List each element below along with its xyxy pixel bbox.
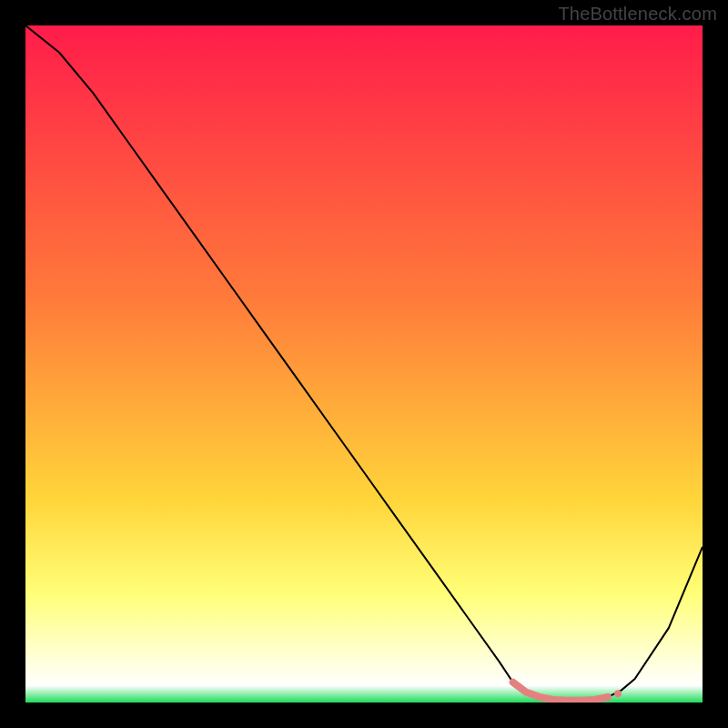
plot-svg [25, 25, 703, 703]
marker-a [604, 693, 612, 701]
plot-area [25, 25, 703, 703]
gradient-background [25, 25, 703, 703]
marker-b [614, 690, 622, 697]
watermark-text: TheBottleneck.com [558, 4, 717, 25]
chart-frame: TheBottleneck.com [0, 0, 728, 728]
